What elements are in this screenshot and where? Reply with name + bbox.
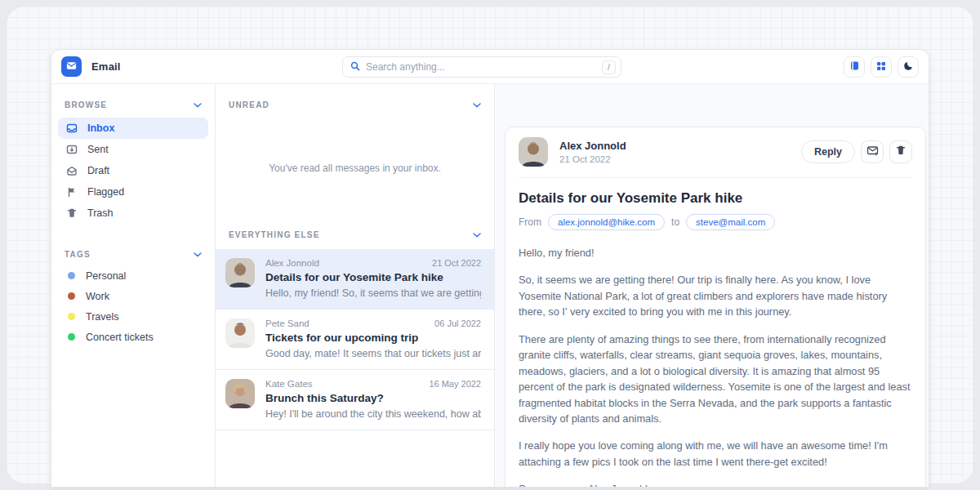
from-to-row: From alex.jonnold@hike.com to steve@mail… [519,214,912,230]
sidebar-item-label: Draft [87,165,109,176]
tag-label: Concert tickets [86,332,154,343]
dark-mode-button[interactable] [898,56,919,78]
tag-color-dot [68,313,75,320]
email-preview: Hello, my friend! So, it seems that we a… [265,287,481,299]
detail-actions: Reply [801,140,912,163]
email-subject: Brunch this Saturday? [265,392,481,404]
sidebar-item-trash[interactable]: Trash [58,203,208,224]
inbox-icon [66,122,78,134]
browse-section-label: BROWSE [65,100,107,109]
envelope-icon [66,60,77,74]
chevron-down-icon [473,230,481,239]
email-list: Alex Jonnold 21 Oct 2022 Details for our… [216,249,494,430]
body-paragraph: See you soon, Alex Jonnold [519,481,912,488]
email-date: 16 May 2022 [429,379,481,389]
sidebar-item-draft[interactable]: Draft [58,160,208,181]
email-subject: Details for our Yosemite Park hike [265,271,481,283]
email-meta: Pete Sand 06 Jul 2022 Tickets for our up… [265,318,481,359]
chevron-down-icon [194,250,202,259]
tag-label: Personal [86,270,126,282]
tags-list: Personal Work Travels Concert tickets [51,265,215,347]
tag-color-dot [68,333,75,341]
everything-else-section: EVERYTHING ELSE Alex Jonnold 21 O [216,222,494,487]
everything-else-label: EVERYTHING ELSE [229,230,320,239]
email-preview: Hey! I'll be around the city this weeken… [265,408,481,420]
tags-section-label: TAGS [65,250,91,259]
tag-item-concert-tickets[interactable]: Concert tickets [58,327,208,347]
tag-item-work[interactable]: Work [58,286,208,306]
envelope-plus-icon [866,145,879,160]
avatar [225,318,255,348]
app-title: Email [91,60,121,73]
draft-icon [66,165,78,176]
detail-sender-name: Alex Jonnold [559,140,790,152]
sidebar-item-flagged[interactable]: Flagged [58,181,208,203]
email-list-item-yosemite[interactable]: Alex Jonnold 21 Oct 2022 Details for our… [216,249,494,310]
notebook-button[interactable] [844,56,865,78]
email-app-window: Email / [51,49,929,488]
detail-subject: Details for our Yosemite Park hike [519,190,912,207]
browse-list: Inbox Sent Draft [51,116,215,229]
detail-date: 21 Oct 2022 [559,154,790,164]
sidebar: BROWSE Inbox Sent [51,84,216,487]
everything-else-header[interactable]: EVERYTHING ELSE [216,224,494,246]
chevron-down-icon [194,100,202,109]
apps-grid-button[interactable] [871,56,892,78]
topbar-actions [844,56,919,78]
unread-section-header[interactable]: UNREAD [216,94,494,116]
browse-section-header[interactable]: BROWSE [51,94,215,116]
trash-icon [66,207,78,219]
email-meta: Kate Gates 16 May 2022 Brunch this Satur… [265,379,481,420]
dark-mode-moon-icon [903,60,914,74]
body-paragraph: I really hope you love coming along with… [519,438,912,470]
detail-sender-block: Alex Jonnold 21 Oct 2022 [559,140,790,164]
tag-color-dot [68,292,75,300]
search-box[interactable]: / [342,56,621,78]
detail-header: Alex Jonnold 21 Oct 2022 Reply [519,137,912,178]
reply-button[interactable]: Reply [801,140,855,163]
apps-grid-icon [876,60,886,74]
email-body: Hello, my friend! So, it seems we are ge… [519,245,912,488]
tag-label: Travels [86,311,119,323]
to-email-chip[interactable]: steve@mail.com [686,214,775,230]
email-sender: Kate Gates [265,379,313,389]
tag-item-travels[interactable]: Travels [58,306,208,327]
search-shortcut-badge: / [602,60,616,74]
sidebar-item-inbox[interactable]: Inbox [58,118,208,139]
email-list-item-brunch[interactable]: Kate Gates 16 May 2022 Brunch this Satur… [216,370,494,430]
mark-unread-button[interactable] [861,140,884,163]
sent-icon [66,144,78,155]
from-email-chip[interactable]: alex.jonnold@hike.com [548,214,665,230]
email-detail-panel: Alex Jonnold 21 Oct 2022 Reply [495,84,929,487]
email-subject: Tickets for our upcoming trip [265,332,481,344]
unread-section-label: UNREAD [229,100,270,109]
unread-section: UNREAD You've read all messages in your … [216,84,494,222]
search-input[interactable] [366,61,602,73]
body-paragraph: Hello, my friend! [519,245,912,261]
message-list-column: UNREAD You've read all messages in your … [216,84,495,487]
sidebar-item-label: Flagged [87,186,124,198]
email-detail-card: Alex Jonnold 21 Oct 2022 Reply [505,127,926,488]
tags-section-header[interactable]: TAGS [51,243,215,265]
email-list-item-tickets[interactable]: Pete Sand 06 Jul 2022 Tickets for our up… [216,310,494,370]
delete-button[interactable] [889,140,912,163]
email-preview: Good day, mate! It seems that our ticket… [265,348,481,359]
sidebar-item-label: Sent [87,144,109,155]
tag-item-personal[interactable]: Personal [58,265,208,286]
sidebar-item-label: Inbox [87,122,114,134]
avatar [519,137,548,167]
flag-icon [66,186,78,198]
top-bar: Email / [51,50,929,84]
app-logo [61,56,82,77]
search-icon [350,60,360,74]
avatar [225,258,255,287]
email-sender: Alex Jonnold [265,258,319,268]
body-paragraph: There are plenty of amazing things to se… [519,332,912,427]
sidebar-item-sent[interactable]: Sent [58,139,208,160]
to-label: to [671,216,679,228]
chevron-down-icon [473,100,481,109]
tag-label: Work [86,291,109,302]
tag-color-dot [68,272,75,279]
trash-icon [895,145,906,159]
email-meta: Alex Jonnold 21 Oct 2022 Details for our… [265,258,481,299]
